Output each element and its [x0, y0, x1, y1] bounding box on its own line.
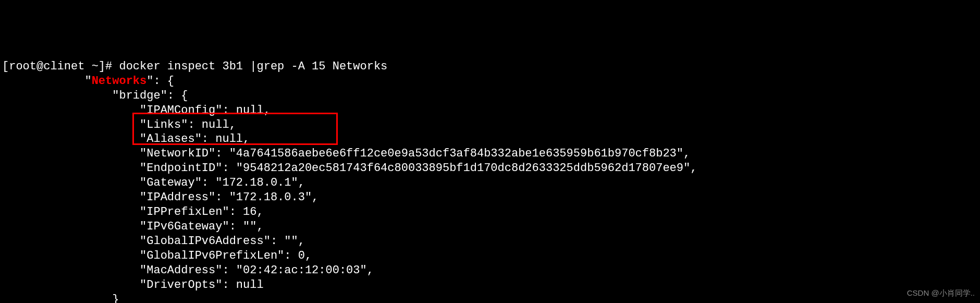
output-line: "GlobalIPv6Address": "",	[2, 235, 305, 248]
watermark-text: CSDN @小肖同学..	[907, 288, 975, 298]
command-text: docker inspect 3b1 |grep -A 15 Networks	[119, 60, 387, 73]
output-line: "MacAddress": "02:42:ac:12:00:03",	[2, 264, 374, 277]
output-line: "IPPrefixLen": 16,	[2, 205, 264, 219]
prompt-user-host: [root@clinet ~]#	[2, 60, 119, 73]
output-line: "	[2, 75, 92, 88]
output-line: "NetworkID": "4a7641586aebe6e6ff12ce0e9a…	[2, 147, 690, 160]
output-line: "Aliases": null,	[2, 132, 250, 146]
output-line: ": {	[146, 75, 174, 88]
output-line: "GlobalIPv6PrefixLen": 0,	[2, 249, 312, 262]
output-line: "DriverOpts": null	[2, 278, 264, 292]
output-line-ipaddress: "IPAddress": "172.18.0.3",	[2, 191, 318, 204]
grep-match: Networks	[92, 75, 147, 88]
output-line: }	[2, 293, 119, 303]
output-line: "IPv6Gateway": "",	[2, 220, 264, 233]
output-line: "Links": null,	[2, 118, 236, 131]
terminal-output[interactable]: [root@clinet ~]# docker inspect 3b1 |gre…	[2, 59, 978, 303]
output-line: "EndpointID": "9548212a20ec581743f64c800…	[2, 162, 697, 175]
output-line-gateway: "Gateway": "172.18.0.1",	[2, 176, 305, 189]
output-line: "IPAMConfig": null,	[2, 104, 271, 117]
output-line: "bridge": {	[2, 89, 188, 102]
